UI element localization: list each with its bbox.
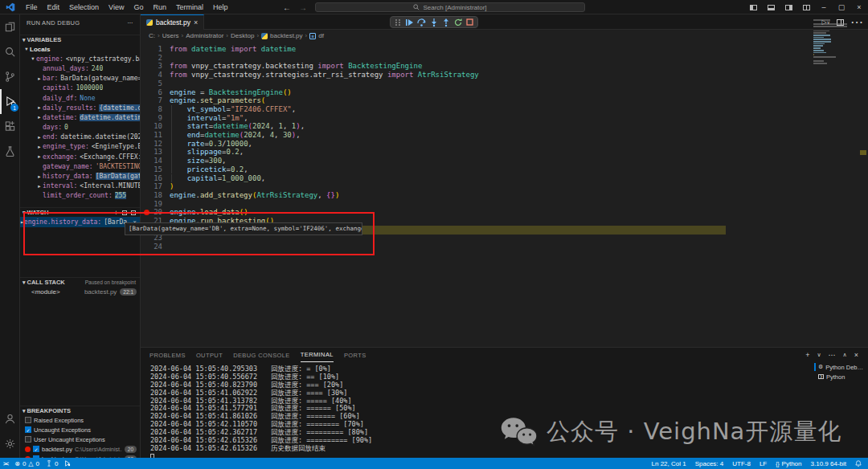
step-over-icon[interactable]	[417, 18, 426, 27]
problems-status[interactable]: ⊗0 △0	[14, 460, 39, 467]
minimize-button[interactable]: –	[815, 0, 833, 14]
drag-handle-icon[interactable]	[395, 18, 401, 27]
variable-row[interactable]: ▸interval: <Interval.MINUTE: '…	[20, 181, 140, 191]
back-arrow-icon[interactable]: ←	[283, 3, 291, 12]
breadcrumb-segment[interactable]: Users	[162, 32, 179, 39]
code-line[interactable]: 8 vt_symbol="IF2406.CFFEX",	[141, 105, 868, 114]
checkbox[interactable]	[25, 417, 31, 423]
breakpoint-toggle-row[interactable]: Raised Exceptions	[20, 415, 140, 425]
panel-tab-ports[interactable]: PORTS	[344, 352, 366, 359]
variable-row[interactable]: ▸engine_type: <EngineType.BACK…	[20, 142, 140, 152]
encoding[interactable]: UTF-8	[732, 460, 751, 467]
code-line[interactable]: 4from vnpy_ctastrategy.strategies.atr_rs…	[141, 71, 868, 80]
panel-tab-problems[interactable]: PROBLEMS	[149, 352, 186, 359]
code-line[interactable]: 14 size=300,	[141, 157, 868, 165]
toggle-secondary-sidebar-icon[interactable]	[780, 0, 797, 14]
breadcrumb[interactable]: C:›Users›Administrator›Desktop›backtest.…	[141, 30, 868, 42]
command-center-search[interactable]: Search [Administrator]	[315, 2, 585, 12]
breakpoint-toggle-row[interactable]: ✓Uncaught Exceptions	[20, 425, 140, 434]
breakpoint-file-row[interactable]: ✓backtest.pyC:\Users\Administ…20	[20, 444, 140, 454]
activity-item-testing[interactable]	[0, 139, 20, 164]
close-tab-icon[interactable]: ×	[194, 18, 198, 27]
checkbox[interactable]: ✓	[25, 426, 31, 433]
variable-row[interactable]: ▸exchange: <Exchange.CFFEX: 'C…	[20, 152, 140, 161]
code-line[interactable]: 7engine.set_parameters(	[141, 96, 868, 105]
step-into-icon[interactable]	[430, 18, 438, 27]
variable-row[interactable]: capital: 1000000	[20, 84, 140, 93]
restore-button[interactable]: ▢	[833, 0, 850, 14]
variable-row[interactable]: ▸history_data: [BarData(gatew…	[20, 171, 140, 181]
tab-backtest-py[interactable]: backtest.py ×	[141, 14, 204, 30]
variable-row[interactable]: daily_df: None	[20, 93, 140, 103]
indentation[interactable]: Spaces: 4	[695, 460, 724, 467]
close-window-button[interactable]: ×	[850, 0, 868, 14]
code-line[interactable]: 3from vnpy_ctastrategy.backtesting impor…	[141, 62, 868, 71]
code-line[interactable]: 18engine.add_strategy(AtrRsiStrategy, {}…	[141, 191, 868, 200]
toggle-sidebar-icon[interactable]	[744, 0, 762, 14]
code-line[interactable]: 5	[141, 80, 868, 88]
remote-indicator-icon[interactable]: ><	[3, 461, 8, 467]
variable-row[interactable]: ▸bar: BarData(gateway_name='DB…	[20, 74, 140, 84]
menu-run[interactable]: Run	[148, 0, 171, 14]
code-area[interactable]: 1from datetime import datetime23from vnp…	[141, 42, 868, 347]
code-line[interactable]: 11 end=datetime(2024, 4, 30),	[141, 131, 868, 140]
breadcrumb-segment[interactable]: backtest.py	[270, 32, 302, 39]
code-line[interactable]: 13 slippage=0.2,	[141, 148, 868, 157]
menu-terminal[interactable]: Terminal	[171, 0, 208, 14]
stop-icon[interactable]	[466, 18, 473, 26]
debug-status-icon[interactable]	[64, 460, 71, 467]
panel-tab-output[interactable]: OUTPUT	[196, 352, 223, 359]
variable-row[interactable]: annual_days: 240	[20, 63, 140, 73]
activity-item-explorer[interactable]	[0, 14, 20, 39]
eol[interactable]: LF	[760, 460, 767, 467]
breadcrumb-segment[interactable]: df	[318, 32, 324, 39]
restart-icon[interactable]	[454, 18, 462, 27]
code-line[interactable]: 16 capital=1_000_000,	[141, 174, 868, 183]
menu-view[interactable]: View	[104, 0, 129, 14]
cursor-position[interactable]: Ln 22, Col 1	[652, 460, 686, 467]
activity-item-run-and-debug[interactable]: 1	[0, 89, 20, 114]
menu-edit[interactable]: Edit	[43, 0, 65, 14]
panel-tab-terminal[interactable]: TERMINAL	[301, 349, 334, 362]
terminal-list-item[interactable]: ⚙Python Deb…	[813, 362, 868, 372]
menu-selection[interactable]: Selection	[64, 0, 104, 14]
code-line[interactable]: 2	[141, 54, 868, 63]
menu-help[interactable]: Help	[208, 0, 233, 14]
code-line[interactable]: 19	[141, 200, 868, 209]
menu-file[interactable]: File	[21, 0, 43, 14]
ports-status[interactable]: 0	[46, 460, 58, 467]
code-line[interactable]: 1from datetime import datetime	[141, 45, 868, 54]
variable-row[interactable]: ▸end: datetime.datetime(2024, …	[20, 133, 140, 142]
activity-item-extensions[interactable]	[0, 114, 20, 139]
breakpoint-toggle-row[interactable]: User Uncaught Exceptions	[20, 434, 140, 444]
panel-tab-debug-console[interactable]: DEBUG CONSOLE	[233, 352, 290, 359]
code-line[interactable]: 12 rate=0.3/10000,	[141, 140, 868, 149]
variable-row[interactable]: gateway_name: 'BACKTESTING'	[20, 161, 140, 171]
variable-row[interactable]: ▸datetime: datetime.datetime(2…	[20, 112, 140, 122]
breadcrumb-segment[interactable]: Desktop	[231, 32, 254, 39]
code-line[interactable]: 9 interval="1m",	[141, 114, 868, 123]
forward-arrow-icon[interactable]: →	[299, 3, 307, 12]
terminal-dropdown-icon[interactable]: ∨	[817, 352, 821, 358]
breadcrumb-segment[interactable]: Administrator	[186, 32, 223, 39]
stack-frame[interactable]: <module> backtest.py 22:1	[20, 287, 140, 297]
python-interpreter[interactable]: 3.10.9 64-bit	[811, 460, 846, 467]
code-line[interactable]: 17)	[141, 182, 868, 191]
more-actions-icon[interactable]: ⋯	[829, 351, 836, 359]
variable-row[interactable]: ▾engine: <vnpy_ctastrategy.back…	[20, 54, 140, 63]
activity-item-source-control[interactable]	[0, 64, 20, 89]
variables-section-header[interactable]: ▾ VARIABLES	[20, 35, 140, 44]
code-line[interactable]: 10 start=datetime(2024, 1, 1),	[141, 122, 868, 131]
more-actions-icon[interactable]: ⋯	[850, 14, 863, 30]
more-actions-icon[interactable]: ⋯	[127, 19, 133, 27]
variable-row[interactable]: days: 0	[20, 123, 140, 133]
activity-item-account[interactable]	[0, 406, 20, 431]
step-out-icon[interactable]	[442, 18, 450, 27]
maximize-panel-icon[interactable]: ∧	[843, 352, 847, 358]
menu-go[interactable]: Go	[129, 0, 148, 14]
code-line[interactable]: 6engine = BacktestingEngine()	[141, 88, 868, 97]
activity-item-settings[interactable]	[0, 431, 20, 456]
activity-item-search[interactable]	[0, 39, 20, 64]
call-stack-section-header[interactable]: ▾ CALL STACK Paused on breakpoint	[20, 277, 140, 287]
toggle-panel-icon[interactable]	[762, 0, 780, 14]
